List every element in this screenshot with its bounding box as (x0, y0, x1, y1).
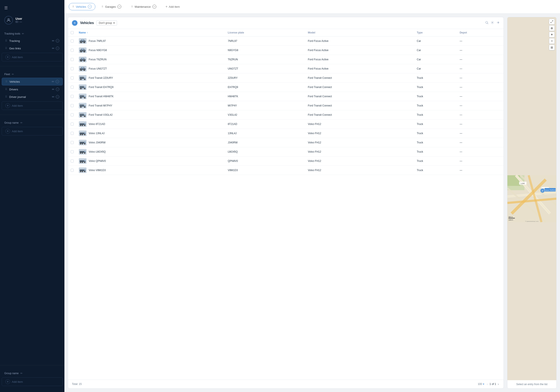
vehicle-type: Truck (414, 166, 457, 175)
license-plate: 2Z0URY (225, 73, 305, 83)
remove-icon[interactable]: − (56, 80, 59, 83)
sidebar-toggle[interactable]: ☰ (0, 3, 64, 12)
edit-icon[interactable]: ✏ (52, 88, 55, 91)
table-row: Ford Transit EH7RQ9 EH7RQ9 Ford Transit … (68, 83, 503, 92)
vehicle-type: Truck (414, 157, 457, 166)
sidebar-item-label: Vehicles (10, 80, 50, 83)
group1-edit-icon[interactable]: ✏ (20, 121, 22, 124)
fleet-label: Fleet (4, 73, 10, 76)
vehicle-name: Ford Transit V3GL42 (89, 113, 112, 116)
svg-point-87 (80, 144, 81, 144)
svg-text:P: P (542, 190, 543, 192)
row-checkbox[interactable] (71, 39, 74, 42)
col-model: Model (305, 29, 414, 37)
row-checkbox[interactable] (71, 132, 74, 135)
table-row: Volvo J340RW J340RW Volvo FH12 Truck — (68, 138, 503, 147)
map-zoom-in-button[interactable]: + (549, 32, 555, 37)
remove-icon[interactable]: − (56, 39, 59, 42)
row-checkbox[interactable] (71, 76, 74, 79)
row-checkbox[interactable] (71, 123, 74, 126)
settings-icon[interactable] (491, 21, 494, 25)
tab-close-icon[interactable]: − (152, 5, 156, 9)
row-checkbox[interactable] (71, 113, 74, 116)
vehicle-type: Truck (414, 110, 457, 120)
row-checkbox[interactable] (71, 141, 74, 144)
svg-point-70 (82, 125, 83, 126)
svg-rect-56 (80, 114, 84, 116)
sidebar-item-driver-journal[interactable]: ⠿ Driver journal ✏ − (2, 93, 63, 100)
svg-rect-72 (80, 133, 84, 134)
panel-actions (485, 21, 500, 25)
col-license-plate: License plate (225, 29, 305, 37)
map-expand-button[interactable] (549, 19, 555, 24)
row-checkbox[interactable] (71, 169, 74, 172)
group1-add-item[interactable]: + Add item (2, 127, 63, 136)
row-checkbox[interactable] (71, 49, 74, 52)
row-checkbox[interactable] (71, 159, 74, 163)
row-checkbox[interactable] (71, 86, 74, 89)
edit-icon[interactable]: ✏ (52, 80, 54, 83)
sidebar-item-label: Geo links (9, 47, 50, 50)
sidebar-item-tracking[interactable]: ⠿ Tracking ✏ − (2, 37, 63, 44)
svg-point-0 (8, 19, 9, 20)
col-name[interactable]: Name ↑ (76, 29, 225, 37)
tab-close-icon[interactable]: − (118, 5, 121, 9)
remove-icon[interactable]: − (56, 95, 59, 98)
map-zoom-out-button[interactable]: − (549, 38, 555, 44)
plus-icon: + (5, 55, 10, 59)
tracking-tools-add-item[interactable]: + Add item (2, 53, 63, 61)
map-location-icon[interactable]: ⊕ (549, 25, 555, 31)
tab-label: Vehicles (76, 5, 86, 8)
svg-rect-37 (84, 87, 85, 88)
vehicle-depot: — (457, 138, 503, 147)
tab-maintenance[interactable]: ⠿ Maintenance − (128, 3, 160, 10)
vehicle-depot: — (457, 120, 503, 129)
fleet-section: Fleet ✏ ⠿ Vehicles ✏ − ⠿ Drivers ✏ − ⠿ D… (0, 69, 64, 112)
add-tab-button[interactable]: + Add item (162, 3, 183, 10)
menu-icon: ☰ (4, 6, 8, 10)
tab-vehicles[interactable]: ⠿ Vehicles − (69, 3, 95, 10)
tracking-tools-edit-icon[interactable]: ✏ (22, 32, 24, 35)
vehicle-model: Volvo FH12 (305, 120, 414, 129)
remove-icon[interactable]: − (56, 47, 59, 50)
select-all-checkbox[interactable] (71, 31, 74, 34)
group-select-dropdown[interactable]: Don't group ▾ (96, 20, 117, 26)
svg-rect-74 (84, 132, 85, 134)
sidebar-item-drivers[interactable]: ⠿ Drivers ✏ − (2, 86, 63, 93)
row-checkbox[interactable] (71, 104, 74, 107)
table-row: Ford Transit HW48TK HW48TK Ford Transit … (68, 92, 503, 101)
per-page-selector[interactable]: 100 ▾ (478, 382, 484, 386)
vehicle-depot: — (457, 46, 503, 55)
add-item-label: Add item (12, 104, 23, 107)
row-checkbox[interactable] (71, 95, 74, 98)
row-checkbox[interactable] (71, 58, 74, 61)
edit-icon[interactable]: ✏ (52, 39, 55, 42)
tab-garages[interactable]: ⠿ Garages − (98, 3, 125, 10)
prev-page-button[interactable]: ‹ (486, 382, 489, 386)
group2-edit-icon[interactable]: ✏ (20, 372, 22, 375)
svg-rect-83 (84, 142, 85, 143)
panel-add-button[interactable]: + (72, 20, 78, 26)
search-icon[interactable] (485, 21, 489, 25)
group2-add-item[interactable]: + Add item (2, 377, 63, 386)
svg-rect-99 (80, 160, 84, 162)
table-row: Ford Transit V3GL42 V3GL42 Ford Transit … (68, 110, 503, 120)
fleet-add-item[interactable]: + Add item (2, 101, 63, 110)
remove-icon[interactable]: − (56, 88, 59, 91)
tab-close-icon[interactable]: − (88, 5, 92, 9)
expand-icon[interactable] (496, 21, 500, 25)
fleet-edit-icon[interactable]: ✏ (12, 73, 14, 76)
row-checkbox[interactable] (71, 150, 74, 153)
svg-point-41 (84, 88, 85, 89)
sidebar: ☰ User ID: — Tracking tools ✏ ⠿ Tracking… (0, 0, 64, 392)
map-layers-icon[interactable]: ⊞ (549, 45, 555, 50)
edit-icon[interactable]: ✏ (52, 47, 55, 50)
vehicle-cell: Volvo LW245Q (79, 149, 223, 155)
vehicle-thumbnail (79, 103, 87, 108)
svg-rect-128 (509, 218, 515, 218)
next-page-button[interactable]: › (497, 382, 500, 386)
row-checkbox[interactable] (71, 67, 74, 70)
sidebar-item-vehicles[interactable]: ⠿ Vehicles ✏ − (2, 78, 63, 85)
sidebar-item-geo-links[interactable]: ⠿ Geo links ✏ − (2, 45, 63, 52)
edit-icon[interactable]: ✏ (52, 95, 55, 98)
